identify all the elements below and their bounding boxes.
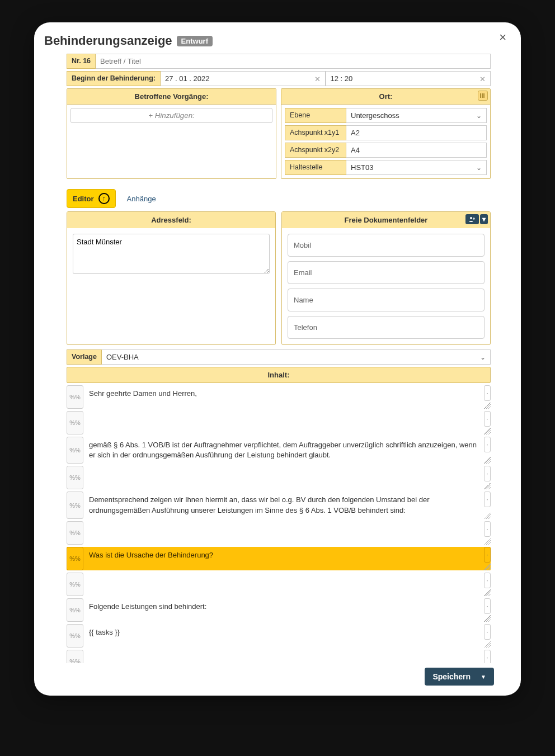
resize-handle-icon[interactable] bbox=[484, 615, 491, 622]
content-line: %%gemäß § 6 Abs. 1 VOB/B ist der Auftrag… bbox=[67, 437, 491, 464]
clear-date-icon[interactable]: ✕ bbox=[314, 74, 321, 83]
ax1-input[interactable]: A2 bbox=[346, 125, 487, 140]
docfield-telefon[interactable]: Telefon bbox=[288, 316, 485, 339]
variable-button[interactable]: %% bbox=[67, 521, 83, 545]
content-text[interactable]: Was ist die Ursache der Behinderung? bbox=[87, 547, 481, 570]
begin-date-input[interactable]: 27 . 01 . 2022 ✕ bbox=[161, 71, 326, 86]
variable-button[interactable]: %% bbox=[67, 624, 83, 648]
content-text[interactable] bbox=[87, 573, 481, 596]
line-menu-button[interactable]: · bbox=[484, 573, 491, 588]
docfield-name[interactable]: Name bbox=[288, 289, 485, 311]
variable-button[interactable]: %% bbox=[67, 547, 83, 570]
resize-handle-icon[interactable] bbox=[484, 402, 491, 409]
halt-select[interactable]: HST03 ⌄ bbox=[346, 160, 487, 175]
content-line: %%Was ist die Ursache der Behinderung?· bbox=[67, 547, 491, 570]
modal-dialog: × Behinderungsanzeige Entwurf Nr. 16 Beg… bbox=[34, 22, 521, 696]
address-textarea[interactable] bbox=[73, 234, 270, 274]
caret-down-icon: ▼ bbox=[481, 674, 486, 680]
close-icon[interactable]: × bbox=[499, 30, 506, 45]
tab-editor[interactable]: Editor ↑ bbox=[67, 189, 116, 208]
content-line: %%Folgende Leistungen sind behindert:· bbox=[67, 598, 491, 622]
save-label: Speichern bbox=[432, 672, 471, 681]
docfield-email[interactable]: Email bbox=[288, 261, 485, 284]
resize-handle-icon[interactable] bbox=[484, 641, 491, 648]
tab-editor-label: Editor bbox=[73, 195, 94, 203]
content-text[interactable]: Folgende Leistungen sind behindert: bbox=[87, 598, 481, 622]
save-button[interactable]: Speichern ▼ bbox=[425, 668, 494, 686]
content-line: %%Sehr geehrte Damen und Herren,· bbox=[67, 385, 491, 409]
content-text[interactable]: Dementsprechend zeigen wir Ihnen hiermit… bbox=[87, 492, 481, 518]
line-menu-button[interactable]: · bbox=[484, 411, 491, 427]
subject-input[interactable] bbox=[100, 57, 486, 65]
vorlage-value: OEV-BHA bbox=[106, 353, 139, 361]
line-menu-button[interactable]: · bbox=[484, 492, 491, 507]
add-person-button[interactable] bbox=[465, 214, 479, 224]
variable-button[interactable]: %% bbox=[67, 492, 83, 518]
content-text[interactable]: Sehr geehrte Damen und Herren, bbox=[87, 385, 481, 409]
line-menu-button[interactable]: · bbox=[484, 437, 491, 452]
subject-input-wrap[interactable] bbox=[96, 54, 491, 69]
resize-handle-icon[interactable] bbox=[484, 457, 491, 464]
content-line: %%{{ tasks }}· bbox=[67, 624, 491, 648]
content-text[interactable]: gemäß § 6 Abs. 1 VOB/B ist der Auftragne… bbox=[87, 437, 481, 464]
halt-value: HST03 bbox=[351, 163, 373, 172]
line-menu-button[interactable]: · bbox=[484, 650, 491, 663]
docfields-panel: Freie Dokumentenfelder ▾ MobilEmailNameT… bbox=[281, 211, 491, 345]
clear-time-icon[interactable]: ✕ bbox=[479, 74, 486, 83]
address-heading: Adressfeld: bbox=[67, 212, 275, 228]
docfields-dropdown[interactable]: ▾ bbox=[480, 214, 488, 224]
chevron-down-icon: ⌄ bbox=[476, 112, 482, 120]
content-line: %%· bbox=[67, 650, 491, 663]
begin-label: Beginn der Behinderung: bbox=[67, 71, 161, 86]
resize-handle-icon[interactable] bbox=[484, 589, 491, 596]
line-menu-button[interactable]: · bbox=[484, 547, 491, 563]
affected-heading: Betroffene Vorgänge: bbox=[67, 89, 276, 105]
arrow-up-circle-icon: ↑ bbox=[98, 193, 110, 204]
content-heading: Inhalt: bbox=[67, 367, 491, 383]
line-menu-button[interactable]: · bbox=[484, 521, 491, 537]
add-affected-button[interactable]: + Hinzufügen: bbox=[70, 108, 272, 123]
variable-button[interactable]: %% bbox=[67, 385, 83, 409]
title-text: Behinderungsanzeige bbox=[44, 34, 172, 48]
content-text[interactable]: {{ tasks }} bbox=[87, 624, 481, 648]
variable-button[interactable]: %% bbox=[67, 650, 83, 663]
chevron-down-icon: ⌄ bbox=[476, 164, 482, 172]
content-line: %%· bbox=[67, 573, 491, 596]
variable-button[interactable]: %% bbox=[67, 598, 83, 622]
ebene-select[interactable]: Untergeschoss ⌄ bbox=[346, 108, 487, 123]
line-menu-button[interactable]: · bbox=[484, 598, 491, 614]
line-menu-button[interactable]: · bbox=[484, 385, 491, 401]
ebene-value: Untergeschoss bbox=[351, 111, 399, 120]
begin-time-input[interactable]: 12 : 20 ✕ bbox=[326, 71, 491, 86]
content-line: %%· bbox=[67, 466, 491, 489]
variable-button[interactable]: %% bbox=[67, 573, 83, 596]
variable-button[interactable]: %% bbox=[67, 466, 83, 489]
content-text[interactable] bbox=[87, 521, 481, 545]
resize-handle-icon[interactable] bbox=[484, 564, 491, 570]
vorlage-select[interactable]: OEV-BHA ⌄ bbox=[102, 349, 491, 365]
resize-handle-icon[interactable] bbox=[484, 512, 491, 519]
variable-button[interactable]: %% bbox=[67, 437, 83, 464]
resize-handle-icon[interactable] bbox=[484, 538, 491, 545]
line-menu-button[interactable]: · bbox=[484, 624, 491, 640]
affected-panel: Betroffene Vorgänge: + Hinzufügen: bbox=[67, 88, 276, 179]
chevron-down-icon: ⌄ bbox=[480, 353, 486, 361]
content-text[interactable] bbox=[87, 466, 481, 489]
ax2-label: Achspunkt x2y2 bbox=[285, 143, 346, 158]
content-line: %%· bbox=[67, 411, 491, 434]
content-text[interactable] bbox=[87, 411, 481, 434]
docfield-mobil[interactable]: Mobil bbox=[288, 234, 485, 257]
tab-attachments[interactable]: Anhänge bbox=[121, 191, 162, 206]
variable-button[interactable]: %% bbox=[67, 411, 83, 434]
resize-handle-icon[interactable] bbox=[484, 483, 491, 489]
ax2-input[interactable]: A4 bbox=[346, 143, 487, 158]
ax2-value: A4 bbox=[351, 146, 360, 154]
ebene-label: Ebene bbox=[285, 108, 346, 123]
line-menu-button[interactable]: · bbox=[484, 466, 491, 481]
location-heading: Ort: bbox=[379, 92, 393, 101]
location-panel: Ort: Ebene Untergeschoss ⌄ bbox=[281, 88, 491, 179]
resize-handle-icon[interactable] bbox=[484, 428, 491, 434]
scroll-area[interactable]: Nr. 16 Beginn der Behinderung: 27 . 01 .… bbox=[44, 54, 516, 663]
map-icon[interactable] bbox=[478, 91, 488, 101]
content-text[interactable] bbox=[87, 650, 481, 663]
